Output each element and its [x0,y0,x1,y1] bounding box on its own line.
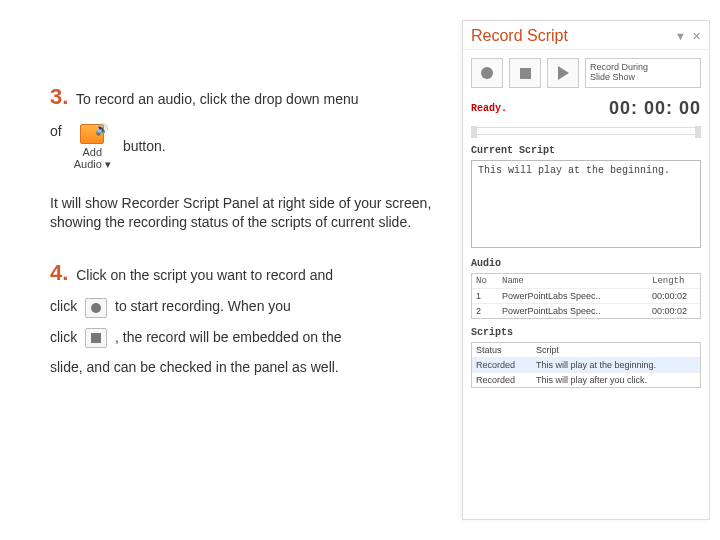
click1-pre: click [50,298,77,314]
step4-number: 4. [50,260,68,285]
audio-row[interactable]: 2 PowerPointLabs Speec.. 00:00:02 [472,304,700,318]
step3-paragraph: It will show Recorder Script Panel at ri… [50,194,450,232]
status-row: Ready. 00: 00: 00 [463,96,709,125]
stop-button[interactable] [509,58,541,88]
timer-display: 00: 00: 00 [609,98,701,119]
audio-row-length: 00:00:02 [648,304,700,318]
scripts-label: Scripts [463,325,709,340]
scripts-row[interactable]: Recorded This will play after you click. [472,373,700,387]
current-script-label: Current Script [463,143,709,158]
step4-line: 4. Click on the script you want to recor… [50,258,450,288]
button-text: button. [123,137,166,156]
audio-row[interactable]: 1 PowerPointLabs Speec.. 00:00:02 [472,289,700,304]
current-script-text: This will play at the beginning. [478,165,670,176]
scripts-row-status: Recorded [472,358,532,372]
scripts-header-status: Status [472,343,532,357]
audio-row-length: 00:00:02 [648,289,700,303]
record-icon [85,298,107,318]
audio-table: No Name Length 1 PowerPointLabs Speec.. … [471,273,701,319]
of-text: of [50,122,62,141]
step4-click-record: click to start recording. When you [50,297,450,317]
add-audio-icon [80,124,104,144]
audio-row-name: PowerPointLabs Speec.. [498,304,648,318]
audio-header-length: Length [648,274,700,288]
current-script-box[interactable]: This will play at the beginning. [471,160,701,248]
add-audio-button[interactable]: Add Audio ▾ [70,122,115,172]
step3-number: 3. [50,84,68,109]
panel-title: Record Script [471,27,568,45]
scripts-header-row: Status Script [472,343,700,358]
panel-header: Record Script ▼ ✕ [463,21,709,50]
click2-pre: click [50,329,77,345]
instructions-pane: 3. To record an audio, click the drop do… [50,82,450,387]
panel-close-icon[interactable]: ✕ [692,30,701,43]
audio-row-no: 1 [472,289,498,303]
record-during-line2: Slide Show [590,73,696,83]
add-audio-label-1: Add [83,146,103,158]
scripts-row-script: This will play after you click. [532,373,700,387]
step4-end: slide, and can be checked in the panel a… [50,358,450,377]
audio-row-no: 2 [472,304,498,318]
audio-header-row: No Name Length [472,274,700,289]
stop-icon [85,328,107,348]
audio-header-name: Name [498,274,648,288]
click1-post: to start recording. When you [115,298,291,314]
record-script-panel: Record Script ▼ ✕ Record During Slide Sh… [462,20,710,520]
click2-post: , the record will be embedded on the [115,329,341,345]
status-ready: Ready. [471,103,507,114]
step3-text: To record an audio, click the drop down … [76,91,359,107]
audio-row-name: PowerPointLabs Speec.. [498,289,648,303]
play-button[interactable] [547,58,579,88]
step4-text: Click on the script you want to record a… [76,267,333,283]
panel-minimize-icon[interactable]: ▼ [675,30,686,43]
panel-toolbar: Record During Slide Show [463,50,709,96]
progress-bar[interactable] [471,127,701,135]
audio-header-no: No [472,274,498,288]
scripts-row-status: Recorded [472,373,532,387]
scripts-row-script: This will play at the beginning. [532,358,700,372]
record-circle-icon [481,67,493,79]
scripts-row[interactable]: Recorded This will play at the beginning… [472,358,700,373]
record-during-slideshow-button[interactable]: Record During Slide Show [585,58,701,88]
audio-label: Audio [463,256,709,271]
step3-line: 3. To record an audio, click the drop do… [50,82,450,112]
play-triangle-icon [558,66,569,80]
step3-of-line: of Add Audio ▾ button. [50,122,450,172]
stop-square-icon [520,68,531,79]
record-button[interactable] [471,58,503,88]
scripts-header-script: Script [532,343,700,357]
add-audio-label-2: Audio ▾ [74,158,111,170]
step4-click-stop: click , the record will be embedded on t… [50,328,450,348]
scripts-table: Status Script Recorded This will play at… [471,342,701,388]
